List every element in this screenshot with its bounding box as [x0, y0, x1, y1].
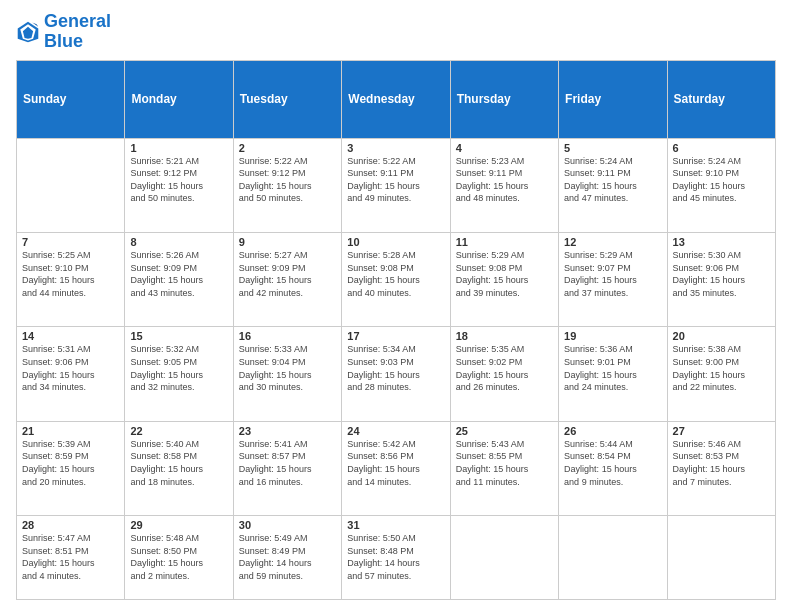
calendar-cell [450, 516, 558, 600]
day-info: Sunrise: 5:41 AM Sunset: 8:57 PM Dayligh… [239, 438, 336, 488]
calendar-cell: 5Sunrise: 5:24 AM Sunset: 9:11 PM Daylig… [559, 138, 667, 232]
day-number: 12 [564, 236, 661, 248]
day-info: Sunrise: 5:25 AM Sunset: 9:10 PM Dayligh… [22, 249, 119, 299]
day-number: 7 [22, 236, 119, 248]
weekday-header-sunday: Sunday [17, 60, 125, 138]
day-number: 29 [130, 519, 227, 531]
day-info: Sunrise: 5:48 AM Sunset: 8:50 PM Dayligh… [130, 532, 227, 582]
day-info: Sunrise: 5:24 AM Sunset: 9:10 PM Dayligh… [673, 155, 770, 205]
day-number: 28 [22, 519, 119, 531]
weekday-header-monday: Monday [125, 60, 233, 138]
day-number: 17 [347, 330, 444, 342]
weekday-header-row: SundayMondayTuesdayWednesdayThursdayFrid… [17, 60, 776, 138]
calendar-week-5: 28Sunrise: 5:47 AM Sunset: 8:51 PM Dayli… [17, 516, 776, 600]
day-info: Sunrise: 5:30 AM Sunset: 9:06 PM Dayligh… [673, 249, 770, 299]
day-info: Sunrise: 5:24 AM Sunset: 9:11 PM Dayligh… [564, 155, 661, 205]
day-number: 23 [239, 425, 336, 437]
day-number: 30 [239, 519, 336, 531]
day-info: Sunrise: 5:27 AM Sunset: 9:09 PM Dayligh… [239, 249, 336, 299]
calendar-cell: 6Sunrise: 5:24 AM Sunset: 9:10 PM Daylig… [667, 138, 775, 232]
day-info: Sunrise: 5:22 AM Sunset: 9:12 PM Dayligh… [239, 155, 336, 205]
day-info: Sunrise: 5:44 AM Sunset: 8:54 PM Dayligh… [564, 438, 661, 488]
weekday-header-saturday: Saturday [667, 60, 775, 138]
day-info: Sunrise: 5:49 AM Sunset: 8:49 PM Dayligh… [239, 532, 336, 582]
calendar-cell: 13Sunrise: 5:30 AM Sunset: 9:06 PM Dayli… [667, 233, 775, 327]
day-number: 8 [130, 236, 227, 248]
day-info: Sunrise: 5:31 AM Sunset: 9:06 PM Dayligh… [22, 343, 119, 393]
calendar-cell: 27Sunrise: 5:46 AM Sunset: 8:53 PM Dayli… [667, 421, 775, 515]
calendar-table: SundayMondayTuesdayWednesdayThursdayFrid… [16, 60, 776, 600]
day-number: 10 [347, 236, 444, 248]
calendar-cell: 21Sunrise: 5:39 AM Sunset: 8:59 PM Dayli… [17, 421, 125, 515]
day-number: 25 [456, 425, 553, 437]
calendar-cell: 9Sunrise: 5:27 AM Sunset: 9:09 PM Daylig… [233, 233, 341, 327]
day-number: 13 [673, 236, 770, 248]
calendar-cell: 2Sunrise: 5:22 AM Sunset: 9:12 PM Daylig… [233, 138, 341, 232]
calendar-cell: 18Sunrise: 5:35 AM Sunset: 9:02 PM Dayli… [450, 327, 558, 421]
day-info: Sunrise: 5:42 AM Sunset: 8:56 PM Dayligh… [347, 438, 444, 488]
header: General Blue [16, 12, 776, 52]
day-info: Sunrise: 5:46 AM Sunset: 8:53 PM Dayligh… [673, 438, 770, 488]
day-number: 5 [564, 142, 661, 154]
day-info: Sunrise: 5:35 AM Sunset: 9:02 PM Dayligh… [456, 343, 553, 393]
page: General Blue SundayMondayTuesdayWednesda… [0, 0, 792, 612]
day-info: Sunrise: 5:29 AM Sunset: 9:07 PM Dayligh… [564, 249, 661, 299]
calendar-cell: 17Sunrise: 5:34 AM Sunset: 9:03 PM Dayli… [342, 327, 450, 421]
day-number: 18 [456, 330, 553, 342]
calendar-week-1: 1Sunrise: 5:21 AM Sunset: 9:12 PM Daylig… [17, 138, 776, 232]
calendar-cell: 22Sunrise: 5:40 AM Sunset: 8:58 PM Dayli… [125, 421, 233, 515]
day-info: Sunrise: 5:29 AM Sunset: 9:08 PM Dayligh… [456, 249, 553, 299]
day-info: Sunrise: 5:43 AM Sunset: 8:55 PM Dayligh… [456, 438, 553, 488]
logo-text: General Blue [44, 12, 111, 52]
day-number: 6 [673, 142, 770, 154]
calendar-cell: 30Sunrise: 5:49 AM Sunset: 8:49 PM Dayli… [233, 516, 341, 600]
day-number: 2 [239, 142, 336, 154]
logo-icon [16, 20, 40, 44]
weekday-header-thursday: Thursday [450, 60, 558, 138]
day-number: 20 [673, 330, 770, 342]
calendar-cell: 15Sunrise: 5:32 AM Sunset: 9:05 PM Dayli… [125, 327, 233, 421]
day-info: Sunrise: 5:50 AM Sunset: 8:48 PM Dayligh… [347, 532, 444, 582]
day-number: 11 [456, 236, 553, 248]
day-number: 3 [347, 142, 444, 154]
weekday-header-wednesday: Wednesday [342, 60, 450, 138]
calendar-cell: 31Sunrise: 5:50 AM Sunset: 8:48 PM Dayli… [342, 516, 450, 600]
calendar-cell: 24Sunrise: 5:42 AM Sunset: 8:56 PM Dayli… [342, 421, 450, 515]
day-number: 22 [130, 425, 227, 437]
day-info: Sunrise: 5:39 AM Sunset: 8:59 PM Dayligh… [22, 438, 119, 488]
calendar-cell: 8Sunrise: 5:26 AM Sunset: 9:09 PM Daylig… [125, 233, 233, 327]
calendar-cell: 1Sunrise: 5:21 AM Sunset: 9:12 PM Daylig… [125, 138, 233, 232]
logo: General Blue [16, 12, 111, 52]
day-info: Sunrise: 5:28 AM Sunset: 9:08 PM Dayligh… [347, 249, 444, 299]
calendar-cell [559, 516, 667, 600]
calendar-cell: 3Sunrise: 5:22 AM Sunset: 9:11 PM Daylig… [342, 138, 450, 232]
calendar-cell: 28Sunrise: 5:47 AM Sunset: 8:51 PM Dayli… [17, 516, 125, 600]
day-number: 21 [22, 425, 119, 437]
day-info: Sunrise: 5:21 AM Sunset: 9:12 PM Dayligh… [130, 155, 227, 205]
calendar-cell: 29Sunrise: 5:48 AM Sunset: 8:50 PM Dayli… [125, 516, 233, 600]
day-info: Sunrise: 5:34 AM Sunset: 9:03 PM Dayligh… [347, 343, 444, 393]
calendar-week-3: 14Sunrise: 5:31 AM Sunset: 9:06 PM Dayli… [17, 327, 776, 421]
calendar-cell: 14Sunrise: 5:31 AM Sunset: 9:06 PM Dayli… [17, 327, 125, 421]
calendar-cell [667, 516, 775, 600]
day-info: Sunrise: 5:33 AM Sunset: 9:04 PM Dayligh… [239, 343, 336, 393]
calendar-cell: 7Sunrise: 5:25 AM Sunset: 9:10 PM Daylig… [17, 233, 125, 327]
calendar-cell: 11Sunrise: 5:29 AM Sunset: 9:08 PM Dayli… [450, 233, 558, 327]
day-number: 24 [347, 425, 444, 437]
day-number: 14 [22, 330, 119, 342]
calendar-cell: 20Sunrise: 5:38 AM Sunset: 9:00 PM Dayli… [667, 327, 775, 421]
day-number: 15 [130, 330, 227, 342]
calendar-cell [17, 138, 125, 232]
day-info: Sunrise: 5:38 AM Sunset: 9:00 PM Dayligh… [673, 343, 770, 393]
calendar-body: 1Sunrise: 5:21 AM Sunset: 9:12 PM Daylig… [17, 138, 776, 599]
calendar-cell: 4Sunrise: 5:23 AM Sunset: 9:11 PM Daylig… [450, 138, 558, 232]
calendar-week-2: 7Sunrise: 5:25 AM Sunset: 9:10 PM Daylig… [17, 233, 776, 327]
day-number: 27 [673, 425, 770, 437]
calendar-cell: 23Sunrise: 5:41 AM Sunset: 8:57 PM Dayli… [233, 421, 341, 515]
calendar-cell: 19Sunrise: 5:36 AM Sunset: 9:01 PM Dayli… [559, 327, 667, 421]
day-number: 19 [564, 330, 661, 342]
day-info: Sunrise: 5:23 AM Sunset: 9:11 PM Dayligh… [456, 155, 553, 205]
day-info: Sunrise: 5:36 AM Sunset: 9:01 PM Dayligh… [564, 343, 661, 393]
calendar-cell: 10Sunrise: 5:28 AM Sunset: 9:08 PM Dayli… [342, 233, 450, 327]
day-info: Sunrise: 5:22 AM Sunset: 9:11 PM Dayligh… [347, 155, 444, 205]
